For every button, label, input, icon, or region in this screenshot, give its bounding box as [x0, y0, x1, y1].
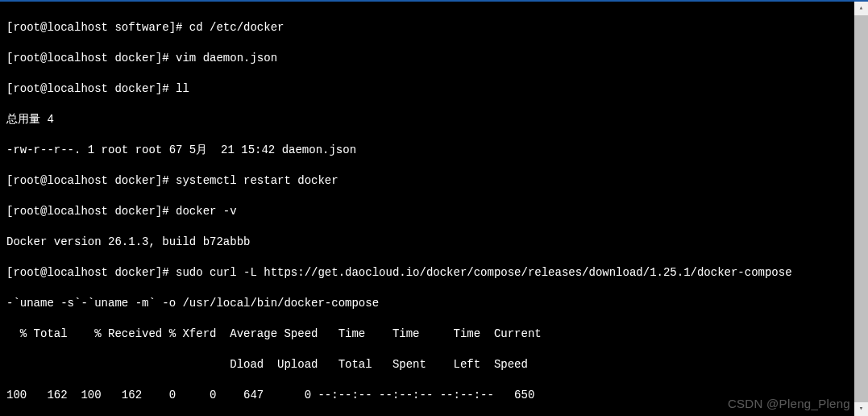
terminal-line: -rw-r--r--. 1 root root 67 5月 21 15:42 d… [6, 143, 862, 158]
vertical-scrollbar[interactable]: ▴ ▾ [854, 2, 868, 416]
terminal-line: Docker version 26.1.3, build b72abbb [6, 235, 862, 250]
terminal-line: 总用量 4 [6, 112, 862, 127]
terminal-line: % Total % Received % Xferd Average Speed… [6, 327, 862, 342]
chevron-up-icon: ▴ [859, 1, 863, 16]
terminal-line: Dload Upload Total Spent Left Speed [6, 357, 862, 372]
scroll-down-button[interactable]: ▾ [854, 402, 868, 416]
terminal-line: [root@localhost docker]# sudo curl -L ht… [6, 265, 862, 281]
terminal-line: [root@localhost docker]# vim daemon.json [6, 51, 862, 66]
terminal-line: [root@localhost docker]# systemctl resta… [6, 173, 862, 189]
terminal-line: -`uname -s`-`uname -m` -o /usr/local/bin… [6, 296, 862, 311]
terminal-line: [root@localhost software]# cd /etc/docke… [6, 20, 862, 35]
terminal-line: [root@localhost docker]# docker -v [6, 204, 862, 219]
terminal-line: [root@localhost docker]# ll [6, 81, 862, 97]
scroll-up-button[interactable]: ▴ [854, 2, 868, 15]
chevron-down-icon: ▾ [859, 401, 863, 416]
watermark-text: CSDN @Pleng_Pleng [728, 396, 850, 411]
terminal-output[interactable]: [root@localhost software]# cd /etc/docke… [0, 2, 868, 416]
scrollbar-thumb[interactable] [854, 15, 868, 402]
